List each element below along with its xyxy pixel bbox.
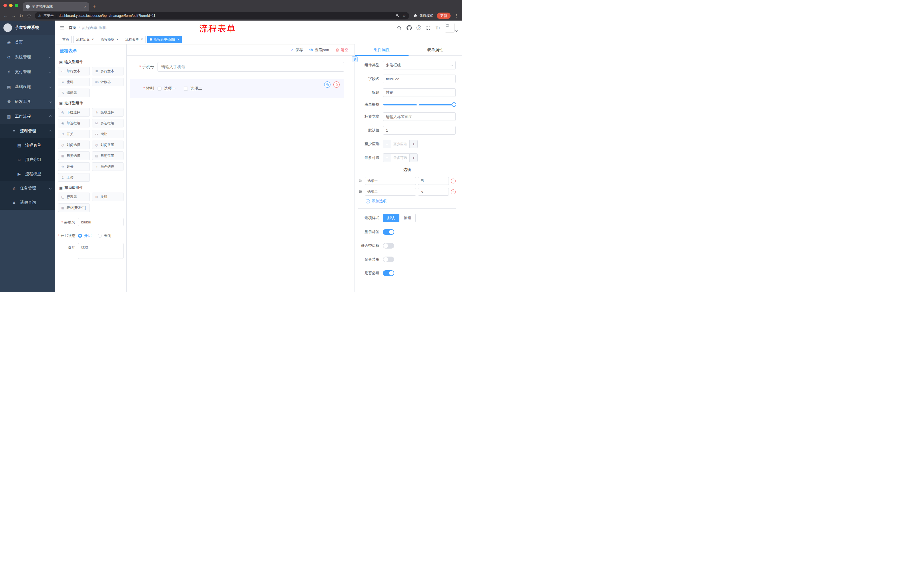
option-2-value-input[interactable] [418,188,449,196]
home-icon[interactable] [27,14,31,18]
bookmark-star-icon[interactable]: ☆ [403,14,406,18]
grid-slider[interactable] [383,104,454,105]
widget-row-container[interactable]: ▢行容器 [58,192,90,201]
tag-process-form-edit[interactable]: 流程表单-编辑 × [147,36,182,43]
widget-radio-group[interactable]: ◉单选框组 [58,119,90,127]
widget-upload[interactable]: ↥上传 [58,173,90,182]
save-button[interactable]: ✓ 保存 [291,48,303,53]
widget-multi-line-text[interactable]: ≣多行文本 [92,67,124,76]
browser-tab[interactable]: 芋道管理系统 × [23,2,89,11]
gender-option-2-checkbox[interactable]: 选项二 [184,86,202,91]
widget-select[interactable]: ◎下拉选择 [58,108,90,117]
add-option-button[interactable]: + 添加选项 [366,199,456,204]
increment-button[interactable]: + [409,154,417,162]
sidebar-item-workflow[interactable]: ▦ 工作流程 [0,109,55,124]
component-type-select[interactable]: 多选框组 [383,61,456,69]
status-on-radio[interactable]: 开启 [78,233,91,238]
close-icon[interactable]: × [141,38,143,41]
increment-button[interactable]: + [409,140,417,148]
remove-option-button[interactable]: − [451,179,456,183]
widget-button[interactable]: ⊞按钮 [92,192,124,201]
widget-date-range[interactable]: ▤日期范围 [92,151,124,160]
sidebar-item-task-mgmt[interactable]: ⋔ 任务管理 [0,181,55,196]
label-width-input[interactable] [383,112,456,121]
widget-editor[interactable]: ✎编辑器 [58,89,90,97]
close-icon[interactable]: × [92,38,94,41]
field-gender-selected[interactable]: 性别 选项一 选项二 [130,79,344,98]
tag-process-model[interactable]: 流程模型 × [98,36,121,43]
min-select-value[interactable]: 至少应选 [391,140,409,148]
sidebar-item-process-mgmt[interactable]: ≡ 流程管理 [0,124,55,138]
slider-handle[interactable] [452,102,456,107]
widget-date-picker[interactable]: ▦日期选择 [58,151,90,160]
sidebar-item-home[interactable]: ◉ 首页 [0,35,55,50]
default-value-input[interactable] [383,126,456,135]
close-window-button[interactable] [3,4,7,7]
clear-button[interactable]: 清空 [335,48,348,53]
decrement-button[interactable]: − [383,154,391,162]
option-2-label-input[interactable] [365,188,416,196]
minimize-window-button[interactable] [9,4,13,7]
tab-component-props[interactable]: 组件属性 [355,44,409,56]
gender-option-1-checkbox[interactable]: 选项一 [158,86,176,91]
github-icon[interactable] [406,25,412,30]
sidebar-item-devtools[interactable]: ⚒ 研发工具 [0,94,55,109]
widget-counter[interactable]: 123计数器 [92,78,124,86]
sidebar-item-leave-query[interactable]: ♟ 请假查询 [0,196,55,210]
form-remark-textarea[interactable]: 嘿嘿 [78,243,124,259]
back-icon[interactable]: ← [3,14,8,18]
sidebar-item-process-form[interactable]: ▤ 流程表单 [0,138,55,153]
copy-field-button[interactable] [324,81,330,88]
drag-handle-icon[interactable] [358,189,363,194]
help-icon[interactable]: ? [417,25,421,30]
new-tab-button[interactable]: + [92,4,96,10]
tag-process-form[interactable]: 流程表单 × [123,36,145,43]
browser-menu-icon[interactable]: ⋮ [454,13,459,18]
drag-handle-icon[interactable] [358,179,363,183]
sidebar-item-payment[interactable]: ¥ 支付管理 [0,64,55,79]
option-1-value-input[interactable] [418,177,449,185]
form-name-input[interactable] [78,218,124,226]
style-button-button[interactable]: 按钮 [399,214,416,222]
tab-form-props[interactable]: 表单属性 [409,44,462,56]
widget-cascader[interactable]: ⋔级联选择 [92,108,124,117]
remove-option-button[interactable]: − [451,189,456,194]
widget-checkbox-group[interactable]: ☑多选框组 [92,119,124,127]
show-label-toggle[interactable] [383,229,394,235]
decrement-button[interactable]: − [383,140,391,148]
sidebar-item-infra[interactable]: ▤ 基础设施 [0,79,55,94]
delete-field-button[interactable] [333,81,340,88]
update-button[interactable]: 更新 [437,13,450,19]
reload-icon[interactable]: ↻ [20,14,23,18]
link-icon[interactable] [351,56,358,62]
close-icon[interactable]: × [116,38,118,41]
forward-icon[interactable]: → [12,14,16,18]
title-input[interactable] [383,88,456,97]
tab-close-icon[interactable]: × [84,5,86,8]
status-off-radio[interactable]: 关闭 [98,233,111,238]
sidebar-item-user-group[interactable]: ☺ 用户分组 [0,153,55,167]
option-1-label-input[interactable] [365,177,416,185]
tag-home[interactable]: 首页 [60,36,72,43]
key-icon[interactable] [396,14,400,18]
close-icon[interactable]: × [177,38,179,41]
sidebar-item-process-model[interactable]: ▶ 流程模型 [0,167,55,181]
field-name-input[interactable] [383,74,456,83]
widget-table[interactable]: ▦表格[开发中] [58,204,90,212]
max-select-value[interactable]: 最多可选 [391,154,409,162]
address-bar[interactable]: ⚠ 不安全 dashboard.yudao.iocoder.cn/bpm/man… [35,12,409,20]
search-icon[interactable] [397,25,402,30]
breadcrumb-home[interactable]: 首页 [69,25,76,30]
widget-rate[interactable]: ☆评分 [58,162,90,171]
border-toggle[interactable] [383,243,394,248]
fullscreen-icon[interactable] [426,25,431,30]
widget-password[interactable]: ∗密码 [58,78,90,86]
style-default-button[interactable]: 默认 [383,214,399,222]
avatar[interactable] [445,23,457,33]
disabled-toggle[interactable] [383,257,394,262]
sidebar-item-system[interactable]: ⚙ 系统管理 [0,50,55,64]
field-phone[interactable]: 手机号 [130,62,344,72]
widget-single-line-text[interactable]: ▭单行文本 [58,67,90,76]
widget-switch[interactable]: ⊙开关 [58,130,90,138]
widget-color-picker[interactable]: ◑颜色选择 [92,162,124,171]
